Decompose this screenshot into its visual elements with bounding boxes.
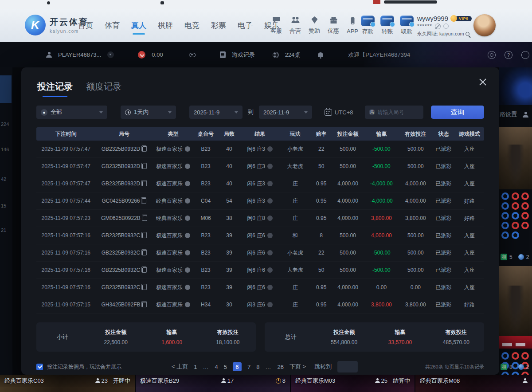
live-table-thumb[interactable]: 极速百家乐B29178 <box>136 375 290 392</box>
result-detail-icon[interactable] <box>267 216 273 221</box>
round-search-input[interactable] <box>378 109 419 115</box>
road-settings-label[interactable]: 路设置 <box>500 110 517 118</box>
user-block[interactable]: wywy9999 VIP9 ****** 永久网址: kaiyun.com <box>417 15 475 37</box>
nav-item[interactable]: 真人 <box>131 20 146 31</box>
merge-checkbox[interactable] <box>36 364 43 370</box>
magnifier-icon[interactable] <box>466 32 469 36</box>
app-icon <box>348 17 357 27</box>
page-number-4[interactable]: 4 <box>215 364 218 370</box>
live-table-overlay: 极速百家乐B29178 <box>136 375 290 387</box>
live-table-thumb[interactable]: 经典百家乐C0323开牌中 <box>0 375 135 392</box>
jump-to-input[interactable] <box>337 361 358 372</box>
nav-item[interactable]: 体育 <box>105 20 120 31</box>
copy-icon[interactable] <box>142 198 146 204</box>
close-icon[interactable] <box>479 78 487 86</box>
wallet-item[interactable]: 存款 <box>361 16 375 35</box>
quick-item[interactable]: 赞助 <box>309 16 320 35</box>
tab-quota-records[interactable]: 额度记录 <box>86 81 121 97</box>
table-row[interactable]: 2025-11-09 07:57:15GH3425B092FB极速百家乐H343… <box>36 296 484 314</box>
game-record-link[interactable]: 游戏记录 <box>232 51 255 59</box>
caret-down-icon <box>235 111 238 114</box>
timezone-value: UTC+8 <box>335 109 353 116</box>
live-video-thumb[interactable] <box>499 127 532 189</box>
table-row[interactable]: 2025-11-09 07:57:44GC0425B09266经典百家乐C045… <box>36 192 484 210</box>
page-number-8[interactable]: 8 <box>256 364 259 370</box>
nav-item[interactable]: 电竞 <box>184 20 200 31</box>
table-row[interactable]: 2025-11-09 07:57:16GB2325B0932C极速百家乐B233… <box>36 244 484 262</box>
timezone-control[interactable]: UTC+8 <box>325 109 353 116</box>
help-icon[interactable]: ? <box>505 51 512 59</box>
date-from-select[interactable]: 2025-11-9 <box>189 106 243 119</box>
copy-icon[interactable] <box>142 146 147 152</box>
result-detail-icon[interactable] <box>267 198 273 204</box>
copy-icon[interactable] <box>142 285 147 290</box>
table-row[interactable]: 2025-11-09 07:57:23GM0625B0922B经典百家乐M063… <box>36 210 484 227</box>
info-icon <box>185 267 190 273</box>
copy-icon[interactable] <box>143 216 147 221</box>
copy-icon[interactable] <box>142 233 147 238</box>
copy-icon[interactable] <box>142 267 147 273</box>
result-detail-icon[interactable] <box>267 285 273 290</box>
wallet-item[interactable]: 转账 <box>380 16 394 35</box>
copy-icon[interactable] <box>142 181 147 186</box>
quick-item[interactable]: APP <box>347 17 358 35</box>
table-row[interactable]: 2025-11-09 07:57:16GB2325B0932C极速百家乐B233… <box>36 279 484 296</box>
live-table-overlay: 经典百家乐M0325结算中 <box>291 375 415 387</box>
live-video-thumb[interactable] <box>499 266 532 336</box>
eye-icon[interactable] <box>189 53 196 57</box>
table-row[interactable]: 2025-11-09 07:57:47GB2325B0932D极速百家乐B234… <box>36 141 484 158</box>
edge-circle-icon[interactable] <box>521 51 529 59</box>
live-table-thumb[interactable]: 经典百家乐M08 <box>415 375 532 392</box>
result-detail-icon[interactable] <box>267 146 273 152</box>
result-detail-icon[interactable] <box>267 250 273 255</box>
cell-status: 已派彩 <box>432 145 455 153</box>
copy-icon[interactable] <box>142 250 147 255</box>
table-row[interactable]: 2025-11-09 07:57:16GB2325B0932C极速百家乐B233… <box>36 262 484 279</box>
result-detail-icon[interactable] <box>267 164 273 169</box>
tables-count[interactable]: 224桌 <box>285 51 301 59</box>
cell-round-no: 38 <box>218 215 241 221</box>
page-number-6[interactable]: 6 <box>233 362 242 371</box>
page-number-5[interactable]: 5 <box>224 364 227 370</box>
quick-item[interactable]: 合营 <box>289 16 301 35</box>
prev-page-button[interactable]: < 上页 <box>172 363 188 371</box>
nav-item[interactable]: 棋牌 <box>158 20 173 31</box>
date-to-select[interactable]: 2025-11-9 <box>259 106 312 119</box>
result-detail-icon[interactable] <box>267 181 273 186</box>
tab-bet-records[interactable]: 投注记录 <box>37 81 73 97</box>
refresh-circle-icon[interactable] <box>443 24 449 29</box>
bell-icon[interactable] <box>318 52 323 57</box>
nav-item[interactable]: 首页 <box>78 20 93 31</box>
nav-item[interactable]: 彩票 <box>211 20 226 31</box>
quick-item[interactable]: 客服 <box>270 16 282 35</box>
avatar[interactable] <box>473 14 496 36</box>
result-detail-icon[interactable] <box>267 267 273 273</box>
result-detail-icon[interactable] <box>267 302 273 307</box>
left-rail-active-item[interactable] <box>0 75 12 103</box>
copy-icon[interactable] <box>142 164 147 169</box>
player-id[interactable]: PLAYER46873... <box>58 51 101 58</box>
game-type-select[interactable]: ♠ 全部 <box>36 106 107 119</box>
page-number-7[interactable]: 7 <box>247 364 250 370</box>
time-range-select[interactable]: 1天内 <box>121 106 176 119</box>
table-row[interactable]: 2025-11-09 07:57:16GB2325B0932C极速百家乐B233… <box>36 227 484 244</box>
cell-status: 已派彩 <box>432 267 455 274</box>
quick-item[interactable]: 优惠 <box>328 16 339 35</box>
live-table-thumb[interactable]: 经典百家乐M0325结算中 <box>291 375 415 392</box>
cell-table-no: B23 <box>193 284 218 290</box>
table-row[interactable]: 2025-11-09 07:57:47GB2325B0932D极速百家乐B234… <box>36 158 484 175</box>
copy-icon[interactable] <box>142 302 147 307</box>
eye-off-icon[interactable] <box>435 24 441 29</box>
query-button[interactable]: 查询 <box>431 106 484 119</box>
timer-icon <box>276 378 281 384</box>
page-number-26[interactable]: 26 <box>277 364 283 370</box>
table-row[interactable]: 2025-11-09 07:57:47GB2325B0932D极速百家乐B234… <box>36 175 484 192</box>
page-number-1[interactable]: 1 <box>194 364 197 370</box>
cell-valid-bet: 500.00 <box>399 250 433 256</box>
result-detail-icon[interactable] <box>267 233 273 238</box>
next-page-button[interactable]: 下页 > <box>289 363 306 371</box>
service-circle-icon[interactable] <box>488 51 496 59</box>
wallet-item[interactable]: 取款 <box>400 16 414 35</box>
nav-item[interactable]: 电子 <box>238 20 253 31</box>
chevron-down-icon[interactable] <box>107 51 114 58</box>
